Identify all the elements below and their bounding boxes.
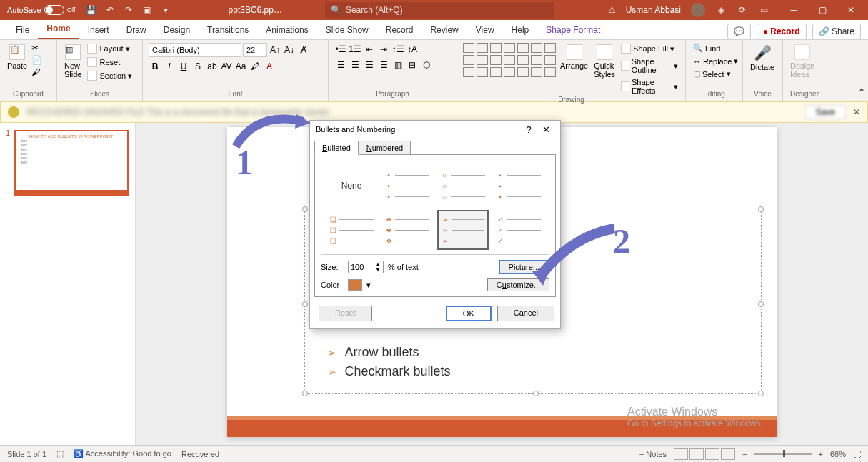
picture-button[interactable]: Picture... bbox=[499, 260, 549, 274]
bullet-arrow[interactable]: ➢➢➢ bbox=[437, 210, 489, 250]
size-spinner[interactable]: 100▲▼ bbox=[348, 261, 384, 273]
customize-button[interactable]: Customize... bbox=[487, 278, 549, 291]
save-icon[interactable]: 💾 bbox=[86, 4, 97, 16]
dialog-help-icon[interactable]: ? bbox=[520, 124, 537, 135]
italic-icon[interactable]: I bbox=[163, 60, 176, 73]
collapse-ribbon-icon[interactable]: ⌃ bbox=[858, 87, 865, 97]
justify-icon[interactable]: ☰ bbox=[377, 59, 390, 71]
align-left-icon[interactable]: ☰ bbox=[334, 59, 347, 71]
font-color-icon[interactable]: A bbox=[263, 60, 276, 73]
columns-icon[interactable]: ▥ bbox=[391, 59, 404, 71]
shape-fill-button[interactable]: Shape Fill ▾ bbox=[619, 43, 679, 54]
new-slide-button[interactable]: ▥ New Slide bbox=[63, 43, 83, 80]
text-direction-icon[interactable]: ↕A bbox=[406, 43, 419, 56]
accessibility-status[interactable]: ♿ Accessibility: Good to go bbox=[74, 449, 171, 458]
tab-file[interactable]: File bbox=[7, 21, 38, 39]
username[interactable]: Usman Abbasi bbox=[626, 5, 681, 15]
notes-button[interactable]: ≡ Notes bbox=[639, 450, 667, 458]
normal-view-icon[interactable] bbox=[674, 448, 688, 460]
record-button[interactable]: ● Record bbox=[757, 24, 807, 39]
underline-icon[interactable]: U bbox=[177, 60, 190, 73]
slideshow-view-icon[interactable] bbox=[721, 448, 735, 460]
bullet-square[interactable]: ▪▪▪ bbox=[493, 166, 544, 206]
cancel-button[interactable]: Cancel bbox=[497, 306, 554, 321]
tab-animations[interactable]: Animations bbox=[257, 21, 316, 39]
reset-button[interactable]: Reset bbox=[319, 306, 372, 321]
find-button[interactable]: 🔍Find bbox=[692, 43, 739, 54]
tab-home[interactable]: Home bbox=[38, 19, 79, 39]
spacing-icon[interactable]: AV bbox=[220, 60, 233, 73]
format-painter-icon[interactable]: 🖌 bbox=[31, 67, 42, 77]
slideshow-icon[interactable]: ▣ bbox=[141, 4, 153, 16]
bullet-hollow-square[interactable]: ❏❏❏ bbox=[326, 210, 377, 250]
bullet-check[interactable]: ✓✓✓ bbox=[493, 210, 544, 250]
tab-design[interactable]: Design bbox=[155, 21, 199, 39]
tab-transitions[interactable]: Transitions bbox=[199, 21, 257, 39]
undo-icon[interactable]: ↶ bbox=[104, 4, 116, 16]
font-family-select[interactable] bbox=[149, 43, 241, 57]
reading-view-icon[interactable] bbox=[705, 448, 719, 460]
shape-effects-button[interactable]: Shape Effects ▾ bbox=[619, 77, 679, 96]
zoom-level[interactable]: 68% bbox=[830, 450, 846, 458]
zoom-out-icon[interactable]: − bbox=[742, 450, 747, 458]
bullet-dot-small[interactable]: ••• bbox=[381, 166, 433, 206]
info-close-icon[interactable]: ✕ bbox=[853, 107, 860, 117]
line-spacing-icon[interactable]: ↕☰ bbox=[391, 43, 404, 56]
decrease-font-icon[interactable]: A↓ bbox=[283, 44, 296, 56]
case-icon[interactable]: Aa bbox=[234, 60, 247, 73]
align-text-icon[interactable]: ⊟ bbox=[406, 59, 419, 71]
bullet-circle[interactable]: ○○○ bbox=[437, 166, 489, 206]
search-box[interactable]: 🔍 Search (Alt+Q) bbox=[325, 2, 554, 18]
comments-button[interactable]: 💬 bbox=[727, 24, 751, 39]
share-button[interactable]: 🔗 Share bbox=[812, 24, 861, 39]
sorter-view-icon[interactable] bbox=[689, 448, 704, 460]
section-button[interactable]: Section ▾ bbox=[86, 70, 134, 81]
fit-window-icon[interactable]: ⛶ bbox=[853, 450, 861, 458]
increase-font-icon[interactable]: A↑ bbox=[269, 44, 281, 56]
decrease-indent-icon[interactable]: ⇤ bbox=[363, 43, 376, 56]
dictate-button[interactable]: 🎤Dictate bbox=[749, 43, 776, 73]
window-icon[interactable]: ▭ bbox=[758, 4, 769, 16]
avatar[interactable] bbox=[691, 3, 705, 17]
tab-view[interactable]: View bbox=[467, 21, 503, 39]
zoom-in-icon[interactable]: + bbox=[819, 450, 823, 458]
tab-help[interactable]: Help bbox=[503, 21, 538, 39]
copy-icon[interactable]: 📄 bbox=[31, 55, 42, 65]
bullet-diamond[interactable]: ❖❖❖ bbox=[381, 210, 433, 250]
language-icon[interactable]: ⬚ bbox=[56, 449, 64, 458]
dialog-close-icon[interactable]: ✕ bbox=[537, 124, 554, 135]
diamond-icon[interactable]: ◈ bbox=[715, 4, 727, 16]
paste-button[interactable]: 📋 Paste bbox=[6, 43, 29, 71]
cut-icon[interactable]: ✂ bbox=[31, 43, 42, 53]
zoom-slider[interactable] bbox=[754, 453, 812, 455]
design-ideas-button[interactable]: Design Ideas bbox=[789, 43, 816, 80]
tab-shape-format[interactable]: Shape Format bbox=[537, 21, 609, 39]
tab-draw[interactable]: Draw bbox=[118, 21, 155, 39]
bullets-icon[interactable]: •☰ bbox=[334, 43, 347, 56]
slide-panel[interactable]: 1 HOW TO ADD BULLETS IN POWERPOINT • ite… bbox=[0, 123, 136, 445]
bulleted-tab[interactable]: Bulleted bbox=[314, 141, 359, 155]
increase-indent-icon[interactable]: ⇥ bbox=[377, 43, 390, 56]
numbered-tab[interactable]: Numbered bbox=[359, 141, 411, 155]
reset-button[interactable]: Reset bbox=[86, 56, 134, 68]
layout-button[interactable]: Layout ▾ bbox=[86, 43, 134, 54]
font-size-select[interactable] bbox=[243, 43, 267, 57]
shape-outline-button[interactable]: Shape Outline ▾ bbox=[619, 56, 679, 75]
bold-icon[interactable]: B bbox=[149, 60, 161, 73]
align-center-icon[interactable]: ☰ bbox=[349, 59, 361, 71]
minimize-button[interactable]: ─ bbox=[779, 0, 808, 20]
tab-record[interactable]: Record bbox=[377, 21, 422, 39]
sync-icon[interactable]: ⟳ bbox=[737, 4, 748, 16]
select-button[interactable]: ⬚Select ▾ bbox=[692, 69, 739, 79]
highlight-icon[interactable]: 🖍 bbox=[249, 60, 261, 73]
numbering-icon[interactable]: 1☰ bbox=[349, 43, 361, 56]
bullet-none[interactable]: None bbox=[326, 166, 377, 206]
align-right-icon[interactable]: ☰ bbox=[363, 59, 376, 71]
info-save-button[interactable]: Save bbox=[805, 105, 846, 119]
tab-insert[interactable]: Insert bbox=[79, 21, 118, 39]
slide-thumbnail[interactable]: HOW TO ADD BULLETS IN POWERPOINT • item•… bbox=[14, 130, 129, 196]
shadow-icon[interactable]: ab bbox=[206, 60, 219, 73]
qat-dropdown-icon[interactable]: ▾ bbox=[160, 4, 171, 16]
clear-format-icon[interactable]: A̸ bbox=[297, 44, 310, 56]
shapes-gallery[interactable] bbox=[463, 43, 556, 77]
